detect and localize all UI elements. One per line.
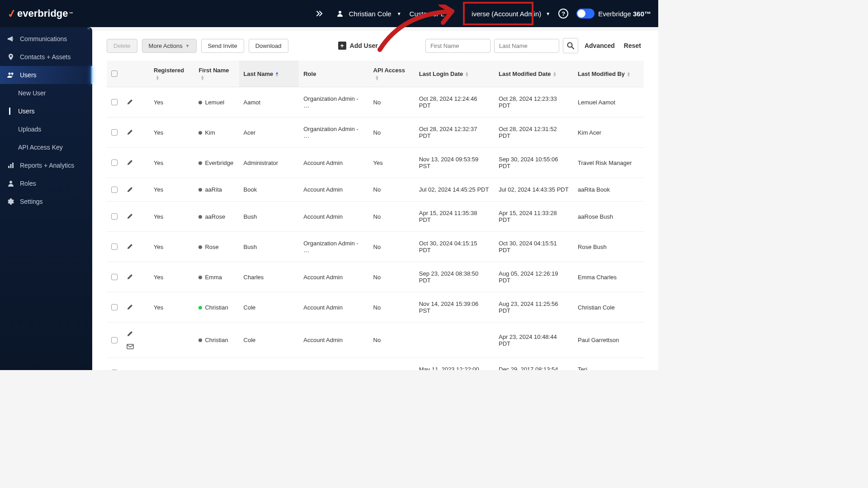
cell-last-name: Charles	[239, 262, 299, 292]
col-first-name[interactable]: First Name▲▼	[194, 61, 239, 87]
sidebar-sub-users[interactable]: Users	[0, 102, 92, 120]
cell-registered: Yes	[149, 87, 194, 117]
status-dot-icon	[198, 215, 202, 219]
col-api-access[interactable]: API Access▲▼	[369, 61, 415, 87]
cell-first-name: Kim	[194, 117, 239, 148]
download-button[interactable]: Download	[249, 39, 288, 53]
col-modified-by[interactable]: Last Modified By▲▼	[573, 61, 644, 87]
row-checkbox[interactable]	[111, 304, 118, 310]
cell-modified: Dec 29, 2017 08:13:54 PST	[494, 358, 573, 371]
cell-api: No	[369, 292, 415, 323]
last-name-input[interactable]	[494, 39, 559, 53]
svg-point-2	[11, 73, 14, 75]
more-actions-button[interactable]: More Actions ▼	[142, 39, 197, 53]
send-invite-button[interactable]: Send Invite	[201, 39, 244, 53]
chevron-down-icon: ▼	[185, 43, 190, 48]
cell-role: Account Admin	[299, 358, 368, 371]
toolbar: Delete More Actions ▼ Send Invite Downlo…	[92, 31, 658, 61]
edit-icon[interactable]	[127, 331, 145, 337]
row-checkbox[interactable]	[111, 129, 118, 136]
edit-icon[interactable]	[127, 99, 145, 105]
expand-icon[interactable]	[312, 6, 327, 21]
help-icon[interactable]: ?	[558, 9, 568, 19]
edit-icon[interactable]	[127, 187, 145, 193]
row-checkbox[interactable]	[111, 187, 118, 193]
sidebar-label: Communications	[20, 35, 67, 42]
reset-link[interactable]: Reset	[621, 42, 644, 49]
edit-icon[interactable]	[127, 304, 145, 310]
sidebar-item-roles[interactable]: Roles	[0, 174, 92, 192]
cell-registered: Yes	[149, 117, 194, 148]
col-registered[interactable]: Registered▲▼	[149, 61, 194, 87]
edit-icon[interactable]	[127, 213, 145, 220]
status-dot-icon	[198, 101, 202, 104]
sidebar-sub-api-key[interactable]: API Access Key	[0, 138, 92, 156]
row-checkbox[interactable]	[111, 160, 118, 166]
sidebar-item-communications[interactable]: Communications	[0, 30, 92, 48]
user-menu[interactable]: Christian Cole ▼	[335, 9, 401, 19]
status-dot-icon	[198, 306, 202, 310]
sidebar-sub-new-user[interactable]: New User	[0, 84, 92, 102]
product-toggle[interactable]	[576, 9, 594, 19]
status-dot-icon	[198, 161, 202, 165]
row-checkbox[interactable]	[111, 274, 118, 280]
cell-first-name: Lemuel	[194, 87, 239, 117]
col-last-name[interactable]: Last Name▲▼	[239, 61, 299, 87]
cell-last-name: Cole	[239, 323, 299, 358]
cell-by: Emma Charles	[573, 262, 644, 292]
row-checkbox[interactable]	[111, 244, 118, 250]
edit-icon[interactable]	[127, 370, 145, 370]
mail-icon[interactable]	[127, 344, 145, 349]
org-text-right: iverse (Account Admin)	[472, 10, 541, 18]
users-table-wrap: Registered▲▼ First Name▲▼ Last Name▲▼ Ro…	[92, 61, 658, 370]
cell-by: Rose Bush	[573, 232, 644, 262]
cell-registered: Yes	[149, 358, 194, 371]
col-role[interactable]: Role	[299, 61, 368, 87]
cell-first-name: Everbridge	[194, 148, 239, 178]
cell-login: Oct 28, 2024 12:24:46 PDT	[415, 87, 494, 117]
cell-role: Account Admin	[299, 148, 368, 178]
cell-last-name: Acer	[239, 117, 299, 148]
cell-first-name: Christian	[194, 323, 239, 358]
cell-api: No	[369, 262, 415, 292]
cell-by: aaRita Book	[573, 178, 644, 202]
search-button[interactable]	[563, 38, 578, 53]
user-name: Christian Cole	[349, 10, 391, 18]
sidebar-item-reports[interactable]: Reports + Analytics	[0, 156, 92, 174]
add-user-button[interactable]: + Add User	[338, 42, 378, 50]
cell-api: No	[369, 323, 415, 358]
sidebar-item-users[interactable]: Users	[0, 66, 92, 84]
row-checkbox[interactable]	[111, 337, 118, 343]
org-selector[interactable]: Customer L iverse (Account Admin) ▼	[410, 10, 551, 18]
cell-first-name: aaRita	[194, 178, 239, 202]
first-name-input[interactable]	[425, 39, 491, 53]
trademark: ™	[69, 11, 73, 16]
select-all-checkbox[interactable]	[111, 70, 118, 77]
edit-icon[interactable]	[127, 274, 145, 280]
row-checkbox[interactable]	[111, 99, 118, 105]
table-row: YesLemuelAamotOrganization Admin - …NoOc…	[107, 87, 644, 117]
delete-button[interactable]: Delete	[107, 39, 137, 53]
edit-icon[interactable]	[127, 244, 145, 250]
col-last-login[interactable]: Last Login Date▲▼	[415, 61, 494, 87]
cell-first-name: Emma	[194, 262, 239, 292]
collapse-sidebar-icon[interactable]: «	[84, 27, 93, 33]
cell-modified: Sep 30, 2024 10:55:06 PDT	[494, 148, 573, 178]
sidebar-item-settings[interactable]: Settings	[0, 192, 92, 211]
sidebar-label: Reports + Analytics	[20, 162, 74, 169]
cell-role: Account Admin	[299, 202, 368, 232]
cell-modified: Jul 02, 2024 14:43:35 PDT	[494, 178, 573, 202]
edit-icon[interactable]	[127, 160, 145, 166]
caret-down-icon: ▼	[546, 11, 550, 16]
cell-first-name: Rose	[194, 232, 239, 262]
org-text-left: Customer L	[410, 10, 445, 18]
sidebar-sub-uploads[interactable]: Uploads	[0, 120, 92, 138]
svg-rect-5	[12, 163, 14, 168]
sidebar-item-contacts[interactable]: Contacts + Assets	[0, 48, 92, 66]
col-last-modified[interactable]: Last Modified Date▲▼	[494, 61, 573, 87]
sidebar-label: Users	[20, 71, 37, 79]
row-checkbox[interactable]	[111, 213, 118, 220]
row-checkbox[interactable]	[111, 370, 118, 370]
edit-icon[interactable]	[127, 129, 145, 136]
advanced-link[interactable]: Advanced	[582, 42, 618, 49]
